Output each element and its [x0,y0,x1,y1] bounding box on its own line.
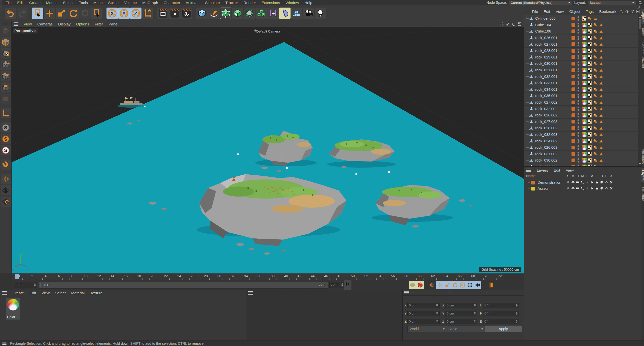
om-menu-file[interactable]: File [529,9,541,14]
layer-color-chip[interactable] [571,49,575,53]
visibility-dots[interactable] [578,55,579,59]
panel-menu-icon[interactable] [14,22,18,26]
uvw-tag-icon[interactable] [588,87,592,91]
layer-color-chip[interactable] [571,75,575,78]
snap-3d-button[interactable]: S [1,145,11,155]
object-name[interactable]: Cube.104 [535,23,551,27]
spinner-icon[interactable] [516,304,518,307]
floor-button[interactable] [291,8,302,19]
object-name[interactable]: rock_027.002 [535,100,557,104]
visibility-dots[interactable] [578,49,579,53]
sound-button[interactable] [474,281,481,289]
redo-button[interactable] [17,8,28,19]
visibility-eye-icon[interactable] [571,180,575,184]
material-menu-texture[interactable]: Texture [87,291,105,295]
object-row[interactable]: rock_026.001 [524,35,638,41]
layer-color-chip[interactable] [571,23,575,27]
object-name[interactable]: rock_030.001 [535,61,557,66]
workplane-button[interactable] [1,174,11,184]
search-icon[interactable] [619,9,623,14]
phong-tag-icon[interactable] [593,55,598,59]
material-tag-icon[interactable] [582,48,587,53]
pen-spline-button[interactable] [208,8,220,19]
visibility-dots[interactable] [578,16,579,21]
uvw-tag-icon[interactable] [588,42,592,46]
layer-color-chip[interactable] [571,152,575,156]
polygon-mode-button[interactable] [1,82,11,92]
object-row[interactable]: Cube.106 [524,28,638,35]
axis-lock-x-button[interactable]: X [106,8,118,19]
search-icon[interactable] [638,1,642,5]
object-row[interactable]: rock_032.001 [524,73,638,80]
uvw-tag-icon[interactable] [588,126,592,130]
visibility-dots[interactable] [578,165,579,166]
material-tag-icon[interactable] [582,93,587,98]
material-tag-icon[interactable] [582,100,587,105]
display-tag-icon[interactable] [599,68,603,73]
object-row[interactable]: rock_026.002 [524,112,638,119]
layout-select[interactable]: Startup [588,0,636,5]
coordinate-space-select[interactable]: World [407,326,447,332]
material-tag-icon[interactable] [582,87,587,92]
value-field[interactable]: 0 cm [407,319,440,324]
render-icon[interactable] [576,186,580,190]
visibility-dots[interactable] [578,87,579,91]
object-row[interactable]: rock_034.001 [524,86,638,93]
object-name[interactable]: rock_032.001 [535,75,557,79]
layer-color-chip[interactable] [571,113,575,117]
panel-menu-icon[interactable] [248,291,253,295]
display-tag-icon[interactable] [599,132,603,137]
phong-tag-icon[interactable] [593,100,598,105]
phong-tag-icon[interactable] [593,113,598,118]
viewport-menu-view[interactable]: View [21,22,34,26]
xref-icon[interactable] [609,180,613,184]
display-tag-icon[interactable] [599,74,603,79]
object-name[interactable]: rock_031.002 [535,152,557,156]
object-row[interactable]: rock_030.002 [524,157,638,164]
layer-color-chip[interactable] [571,17,575,20]
goto-start-button[interactable] [344,280,351,288]
visibility-dots[interactable] [578,68,579,72]
layer-color-chip[interactable] [571,36,575,40]
animation-icon[interactable] [590,180,594,184]
object-name[interactable]: Cube.106 [535,29,551,33]
deformers-icon[interactable] [600,180,604,184]
last-tool-button[interactable]: PSR [79,8,91,19]
phong-tag-icon[interactable] [587,16,592,21]
layer-name[interactable]: Demonstration [538,180,561,184]
visibility-dots[interactable] [578,145,579,150]
rotate-button[interactable] [67,8,79,19]
material-item[interactable]: Color [6,298,20,320]
material-tag-icon[interactable] [582,139,587,143]
menu-file[interactable]: File [3,1,14,5]
display-tag-icon[interactable] [599,126,603,131]
uvw-tag-icon[interactable] [588,61,592,66]
om-menu-bookmark[interactable]: Bookmark [596,9,619,14]
phong-tag-icon[interactable] [593,74,598,79]
material-menu-select[interactable]: Select [52,291,68,295]
visibility-dots[interactable] [578,100,579,105]
om-menu-view[interactable]: View [553,9,566,14]
range-start-field[interactable]: 0 F [15,282,37,288]
object-name[interactable]: rock_026.003 [535,145,557,149]
uvw-tag-icon[interactable] [588,107,592,111]
visibility-dots[interactable] [578,126,579,130]
object-name[interactable]: rock_032.003 [535,133,557,137]
viewport-menu-filter[interactable]: Filter [92,22,106,26]
object-row[interactable]: rock_027.003 [524,119,638,125]
visibility-dots[interactable] [578,139,579,143]
display-tag-icon[interactable] [599,119,603,124]
object-row[interactable]: rock_032.003 [524,132,638,138]
xref-icon[interactable] [609,186,613,190]
layer-color-chip[interactable] [571,29,575,33]
key-pla-button[interactable] [466,281,474,289]
uvw-tag-icon[interactable] [588,94,592,98]
manager-icon[interactable] [581,180,585,184]
object-name[interactable]: rock_026.002 [535,113,557,117]
solo-icon[interactable] [566,180,570,184]
uvw-tag-icon[interactable] [588,29,592,34]
phong-tag-icon[interactable] [593,22,598,27]
layer-name[interactable]: Assets [538,186,549,191]
menu-render[interactable]: Render [241,1,259,5]
panel-menu-icon[interactable] [2,291,7,295]
